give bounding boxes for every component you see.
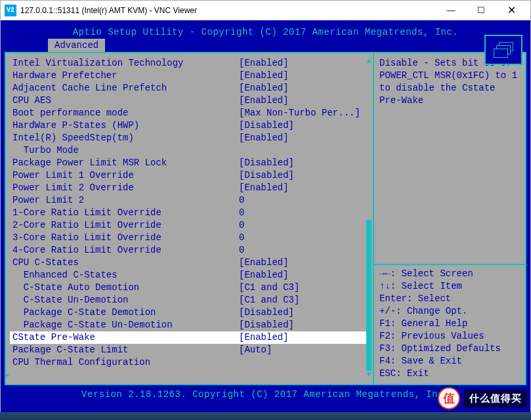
bios-header: Aptio Setup Utility - Copyright (C) 2017… [5,23,526,39]
setting-value: [C1 and C3] [239,294,299,306]
setting-row[interactable]: Intel Virtualization Technology[Enabled] [12,57,370,70]
setting-label: C-State Un-Demotion [12,294,239,306]
setting-value: [Enabled] [239,57,289,70]
setting-row[interactable]: CPU Thermal Configuration [12,356,370,369]
setting-value: 0 [239,207,244,219]
window-controls: — ☐ ✕ [436,1,526,20]
settings-pane[interactable]: Intel Virtualization Technology[Enabled]… [6,53,374,384]
setting-value: [Disabled] [239,306,294,319]
bios-main-panel: Intel Virtualization Technology[Enabled]… [5,52,526,385]
setting-row[interactable]: CPU AES[Enabled] [12,94,370,107]
key-hint: F2: Previous Values [379,330,520,343]
setting-label: Hardware Prefetcher [12,70,239,82]
setting-row[interactable]: Power Limit 20 [12,194,370,207]
setting-row[interactable]: 3-Core Ratio Limit Override0 [12,232,370,244]
setting-label: Turbo Mode [12,144,239,157]
setting-row[interactable]: 1-Core Ratio Limit Override0 [12,207,370,219]
setting-row[interactable]: CState Pre-Wake[Enabled] [10,331,370,344]
setting-label: C-State Auto Demotion [12,282,239,294]
setting-value: [Disabled] [239,119,294,132]
setting-row[interactable]: Enhanced C-States[Enabled] [12,269,370,282]
setting-label: CPU AES [12,94,239,107]
setting-row[interactable]: Package C-State Un-Demotion[Disabled] [12,319,370,331]
ami-logo-icon [484,35,522,65]
key-hint: F4: Save & Exit [379,355,520,368]
setting-row[interactable]: C-State Auto Demotion[C1 and C3] [12,282,370,294]
setting-row[interactable]: 4-Core Ratio Limit Override0 [12,244,370,257]
setting-value: [Enabled] [239,182,289,194]
setting-label: 4-Core Ratio Limit Override [12,244,239,257]
setting-value: 0 [239,232,244,244]
setting-label: 1-Core Ratio Limit Override [12,207,239,219]
setting-label: Power Limit 2 Override [12,182,239,194]
setting-row[interactable]: Adjacent Cache Line Prefetch[Enabled] [12,82,370,94]
setting-value: [Max Non-Turbo Per...] [239,107,360,119]
window-title: 127.0.0.1::51311 (Intel(r) AMT KVM) - VN… [20,6,436,15]
close-button[interactable]: ✕ [496,1,526,20]
setting-label: Package C-State Un-Demotion [12,319,239,331]
submenu-arrow-icon: ▶ [5,370,9,380]
setting-label: HardWare P-States (HWP) [12,119,239,132]
setting-value: [Disabled] [239,157,294,169]
bios-screen: Aptio Setup Utility - Copyright (C) 2017… [1,20,530,420]
setting-value: [Disabled] [239,319,294,331]
app-icon: V2 [5,5,16,16]
setting-value: [Auto] [239,344,272,356]
setting-label: Boot performance mode [12,107,239,119]
scroll-down-icon[interactable]: ▼ [366,371,372,380]
scroll-thumb[interactable] [366,220,372,371]
setting-value: [Enabled] [239,132,289,144]
setting-label: Power Limit 1 Override [12,169,239,182]
window-titlebar[interactable]: V2 127.0.0.1::51311 (Intel(r) AMT KVM) -… [1,1,530,20]
setting-label: CPU C-States [12,257,239,269]
maximize-button[interactable]: ☐ [466,1,496,20]
setting-label: Package C-State Demotion [12,306,239,319]
scroll-up-icon[interactable]: ▲ [366,57,372,66]
key-hint: →←: Select Screen [379,268,520,280]
setting-value: [Enabled] [239,331,289,344]
setting-value: [Enabled] [239,94,289,107]
setting-row[interactable]: 2-Core Ratio Limit Override0 [12,219,370,232]
setting-label: Intel Virtualization Technology [12,57,239,70]
settings-scrollbar[interactable]: ▲ ▼ [366,57,372,380]
key-hint: +/-: Change Opt. [379,305,520,318]
setting-value: [C1 and C3] [239,282,299,294]
setting-row[interactable]: Turbo Mode [12,144,370,157]
setting-label: Power Limit 2 [12,194,239,207]
setting-value: 0 [239,244,244,257]
vnc-window: V2 127.0.0.1::51311 (Intel(r) AMT KVM) -… [0,0,531,420]
watermark: 值 什么值得买 [438,387,527,410]
help-line: POWER_CTL MSR(0x1FC) to 1 [379,70,520,82]
help-pane: Disable - Sets bit 30 ofPOWER_CTL MSR(0x… [374,53,525,384]
setting-label: Package C-State Limit [12,344,239,356]
setting-row[interactable]: Package Power Limit MSR Lock[Disabled] [12,157,370,169]
setting-label: Intel(R) SpeedStep(tm) [12,132,239,144]
setting-row[interactable]: Power Limit 2 Override[Enabled] [12,182,370,194]
help-line: to disable the Cstate [379,82,520,94]
setting-label: 2-Core Ratio Limit Override [12,219,239,232]
bios-tab-row: Advanced [5,39,526,52]
setting-row[interactable]: Power Limit 1 Override[Disabled] [12,169,370,182]
setting-row[interactable]: HardWare P-States (HWP)[Disabled] [12,119,370,132]
setting-value: [Enabled] [239,82,289,94]
setting-row[interactable]: C-State Un-Demotion[C1 and C3] [12,294,370,306]
setting-row[interactable]: Intel(R) SpeedStep(tm)[Enabled] [12,132,370,144]
key-hint: Enter: Select [379,293,520,305]
key-hint: F3: Optimized Defaults [379,343,520,355]
setting-row[interactable]: CPU C-States[Enabled] [12,257,370,269]
setting-value: 0 [239,194,244,207]
setting-label: CState Pre-Wake [12,331,239,344]
setting-value: [Enabled] [239,269,289,282]
setting-row[interactable]: Boot performance mode[Max Non-Turbo Per.… [12,107,370,119]
setting-label: CPU Thermal Configuration [12,356,239,369]
tab-advanced[interactable]: Advanced [48,39,105,52]
setting-label: 3-Core Ratio Limit Override [12,232,239,244]
watermark-badge-icon: 值 [438,387,460,410]
setting-label: Package Power Limit MSR Lock [12,157,239,169]
setting-row[interactable]: Package C-State Limit[Auto] [12,344,370,356]
minimize-button[interactable]: — [436,1,466,20]
setting-value: 0 [239,219,244,232]
watermark-text: 什么值得买 [464,390,527,408]
setting-row[interactable]: Package C-State Demotion[Disabled] [12,306,370,319]
setting-row[interactable]: Hardware Prefetcher[Enabled] [12,70,370,82]
